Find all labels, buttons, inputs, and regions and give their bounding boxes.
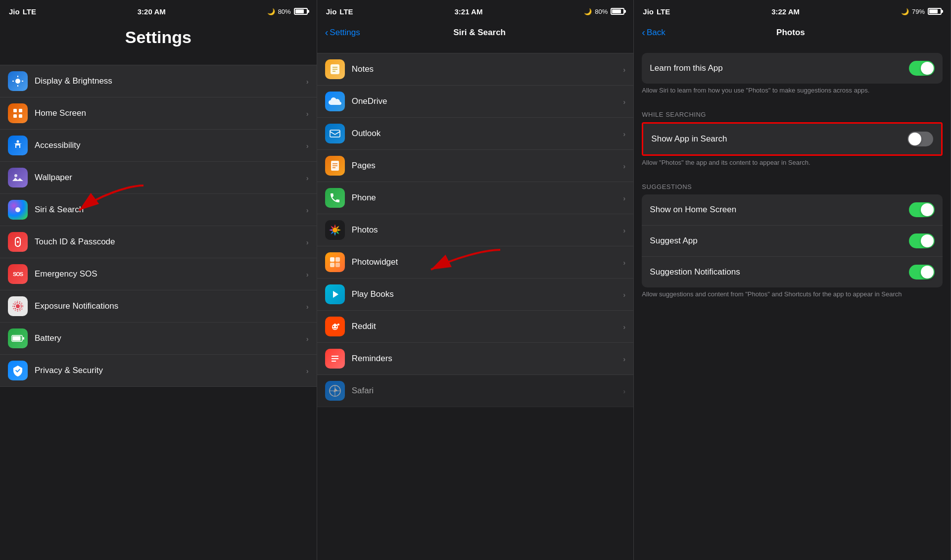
battery-icon-1 <box>294 8 308 15</box>
siri-item-safari[interactable]: Safari › <box>317 375 634 407</box>
playbooks-icon <box>325 284 345 304</box>
show-app-in-search-desc: Allow "Photos" the app and its content t… <box>634 156 951 173</box>
svg-rect-6 <box>19 109 22 112</box>
svg-rect-18 <box>23 337 24 340</box>
settings-header: Settings <box>0 22 317 57</box>
show-app-in-search-label: Show App in Search <box>651 134 727 144</box>
suggest-app-toggle[interactable] <box>909 233 935 248</box>
siri-item-phone[interactable]: Phone › <box>317 182 634 214</box>
status-right-1: 🌙 80% <box>267 8 308 15</box>
siri-item-reminders[interactable]: Reminders › <box>317 343 634 375</box>
svg-rect-7 <box>13 114 17 118</box>
status-bar-3: Jio LTE 3:22 AM 🌙 79% <box>634 0 951 22</box>
svg-point-13 <box>16 304 20 308</box>
learn-section: Learn from this App <box>634 53 951 84</box>
carrier-1: Jio <box>9 7 20 16</box>
suggestions-title: SUGGESTIONS <box>634 173 951 194</box>
svg-rect-17 <box>13 336 21 341</box>
back-label-3: Back <box>647 28 666 38</box>
settings-item-accessibility[interactable]: Accessibility › <box>0 130 317 162</box>
siri-icon <box>8 200 28 220</box>
touchid-chevron: › <box>306 238 309 246</box>
back-chevron-2: ‹ <box>325 27 329 38</box>
battery-chevron: › <box>306 334 309 343</box>
siri-item-photowidget[interactable]: Photowidget › <box>317 246 634 279</box>
photos-icon <box>325 220 345 240</box>
show-app-in-search-toggle[interactable] <box>907 132 933 146</box>
show-on-home-screen-row: Show on Home Screen <box>642 194 943 226</box>
settings-item-homescreen[interactable]: Home Screen › <box>0 97 317 130</box>
settings-item-exposure[interactable]: Exposure Notifications › <box>0 290 317 323</box>
suggestion-notifications-knob <box>921 266 934 279</box>
battery-pct-2: 80% <box>595 8 608 15</box>
siri-item-pages[interactable]: Pages › <box>317 150 634 182</box>
show-app-highlight: Show App in Search <box>642 122 943 156</box>
svg-marker-34 <box>333 291 338 298</box>
svg-rect-30 <box>330 257 334 262</box>
siri-search-nav-sub: ‹ Settings Siri & Search <box>325 25 626 41</box>
photowidget-chevron: › <box>623 258 625 267</box>
siri-item-notes[interactable]: Notes › <box>317 53 634 86</box>
moon-icon-1: 🌙 <box>267 8 275 15</box>
svg-rect-8 <box>19 114 22 118</box>
svg-rect-31 <box>335 257 340 262</box>
status-bar-2: Jio LTE 3:21 AM 🌙 80% <box>317 0 634 22</box>
panel-photos-settings: Jio LTE 3:22 AM 🌙 79% ‹ Back Photos Lear… <box>634 0 951 560</box>
battery-setting-icon <box>8 328 28 348</box>
back-chevron-3: ‹ <box>642 27 645 38</box>
settings-item-wallpaper[interactable]: Wallpaper › <box>0 162 317 194</box>
settings-item-battery[interactable]: Battery › <box>0 323 317 355</box>
siri-item-onedrive[interactable]: OneDrive › <box>317 86 634 118</box>
svg-point-12 <box>17 241 19 243</box>
settings-item-siri[interactable]: Siri & Search › <box>0 194 317 226</box>
settings-item-emergency[interactable]: SOS Emergency SOS › <box>0 258 317 290</box>
siri-search-list: Notes › OneDrive › Outlook › Pages › <box>317 45 634 560</box>
show-on-home-screen-toggle[interactable] <box>909 202 935 217</box>
wallpaper-label: Wallpaper <box>35 173 306 183</box>
wallpaper-chevron: › <box>306 174 309 182</box>
photos-nav-sub: ‹ Back Photos <box>642 25 943 41</box>
suggestion-notifications-desc: Allow suggestions and content from "Phot… <box>634 287 951 305</box>
svg-point-11 <box>15 207 20 212</box>
outlook-label: Outlook <box>352 129 623 139</box>
siri-chevron: › <box>306 206 309 214</box>
show-app-section: Show App in Search <box>634 122 951 156</box>
time-1: 3:20 AM <box>138 7 166 16</box>
privacy-label: Privacy & Security <box>35 366 306 375</box>
suggest-app-row: Suggest App <box>642 226 943 257</box>
safari-chevron: › <box>623 387 625 395</box>
suggest-app-knob <box>921 234 934 247</box>
back-to-settings-btn[interactable]: ‹ Settings <box>325 27 360 38</box>
settings-item-display[interactable]: Display & Brightness › <box>0 65 317 97</box>
network-3: LTE <box>657 7 670 16</box>
reminders-chevron: › <box>623 355 625 363</box>
accessibility-label: Accessibility <box>35 140 306 150</box>
exposure-label: Exposure Notifications <box>35 301 306 311</box>
siri-item-photos[interactable]: Photos › <box>317 214 634 246</box>
onedrive-chevron: › <box>623 97 625 106</box>
suggestion-notifications-toggle[interactable] <box>909 265 935 280</box>
exposure-chevron: › <box>306 302 309 311</box>
settings-item-privacy[interactable]: Privacy & Security › <box>0 355 317 387</box>
battery-pct-3: 79% <box>912 8 925 15</box>
time-3: 3:22 AM <box>771 7 800 16</box>
carrier-3: Jio <box>643 7 654 16</box>
phone-chevron: › <box>623 194 625 202</box>
siri-item-reddit[interactable]: Reddit › <box>317 311 634 343</box>
onedrive-label: OneDrive <box>352 96 623 106</box>
moon-icon-2: 🌙 <box>584 8 592 15</box>
back-to-siri-btn[interactable]: ‹ Back <box>642 27 665 38</box>
siri-item-outlook[interactable]: Outlook › <box>317 118 634 150</box>
notes-icon <box>325 59 345 79</box>
settings-title: Settings <box>8 26 309 51</box>
photos-settings-title: Photos <box>668 28 913 38</box>
playbooks-chevron: › <box>623 290 625 299</box>
settings-item-touchid[interactable]: Touch ID & Passcode › <box>0 226 317 258</box>
moon-icon-3: 🌙 <box>901 8 909 15</box>
photowidget-label: Photowidget <box>352 257 623 267</box>
safari-icon <box>325 381 345 401</box>
photowidget-icon <box>325 252 345 272</box>
siri-item-playbooks[interactable]: Play Books › <box>317 279 634 311</box>
learn-from-app-toggle[interactable] <box>909 61 935 76</box>
learn-from-app-desc: Allow Siri to learn from how you use "Ph… <box>634 84 951 101</box>
